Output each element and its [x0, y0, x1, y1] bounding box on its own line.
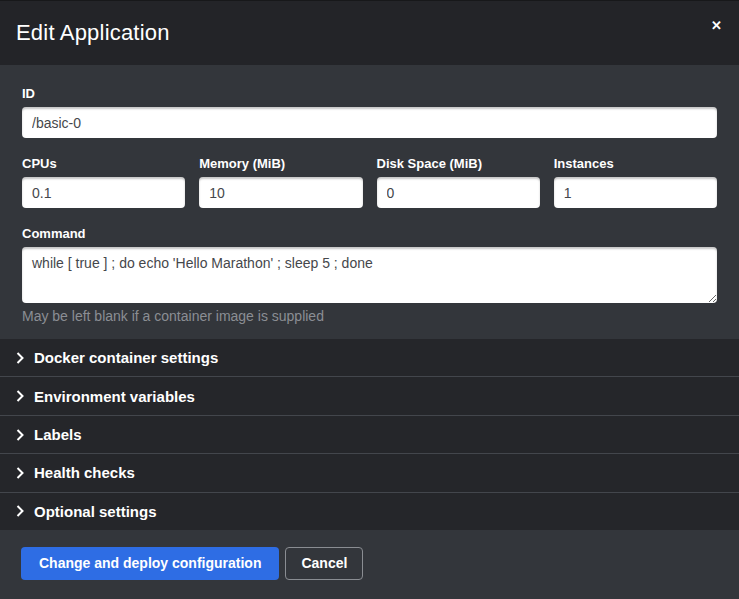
instances-field-group: Instances [554, 156, 717, 208]
cpus-label: CPUs [22, 156, 185, 171]
modal-header: Edit Application ✕ [0, 1, 739, 65]
instances-label: Instances [554, 156, 717, 171]
change-and-deploy-button[interactable]: Change and deploy configuration [21, 547, 279, 580]
section-labels[interactable]: Labels [0, 415, 739, 453]
section-label: Labels [34, 426, 82, 443]
section-label: Optional settings [34, 503, 157, 520]
modal-body: ID CPUs Memory (MiB) Disk Space (MiB) In… [0, 65, 739, 339]
section-optional-settings[interactable]: Optional settings [0, 492, 739, 530]
section-health-checks[interactable]: Health checks [0, 453, 739, 491]
section-environment-variables[interactable]: Environment variables [0, 376, 739, 414]
section-label: Docker container settings [34, 349, 218, 366]
id-field-group: ID [22, 86, 717, 138]
disk-space-input[interactable] [377, 177, 540, 208]
instances-input[interactable] [554, 177, 717, 208]
command-help-text: May be left blank if a container image i… [22, 308, 717, 324]
close-icon[interactable]: ✕ [707, 15, 726, 36]
id-input[interactable] [22, 107, 717, 138]
chevron-right-icon [16, 429, 24, 441]
collapsible-sections: Docker container settings Environment va… [0, 339, 739, 530]
command-field-group: Command while [ true ] ; do echo 'Hello … [22, 226, 717, 324]
memory-label: Memory (MiB) [199, 156, 362, 171]
modal-footer: Change and deploy configuration Cancel [0, 530, 739, 599]
cancel-button[interactable]: Cancel [285, 547, 363, 580]
section-label: Environment variables [34, 388, 195, 405]
edit-application-modal: Edit Application ✕ ID CPUs Memory (MiB) … [0, 0, 739, 599]
chevron-right-icon [16, 505, 24, 517]
section-label: Health checks [34, 464, 135, 481]
disk-space-field-group: Disk Space (MiB) [377, 156, 540, 208]
chevron-right-icon [16, 352, 24, 364]
modal-title: Edit Application [16, 20, 170, 46]
cpus-field-group: CPUs [22, 156, 185, 208]
section-docker-container-settings[interactable]: Docker container settings [0, 339, 739, 376]
cpus-input[interactable] [22, 177, 185, 208]
memory-input[interactable] [199, 177, 362, 208]
memory-field-group: Memory (MiB) [199, 156, 362, 208]
chevron-right-icon [16, 467, 24, 479]
disk-space-label: Disk Space (MiB) [377, 156, 540, 171]
command-label: Command [22, 226, 717, 241]
id-label: ID [22, 86, 717, 101]
command-textarea[interactable]: while [ true ] ; do echo 'Hello Marathon… [22, 247, 717, 303]
chevron-right-icon [16, 390, 24, 402]
resources-row: CPUs Memory (MiB) Disk Space (MiB) Insta… [22, 156, 717, 208]
